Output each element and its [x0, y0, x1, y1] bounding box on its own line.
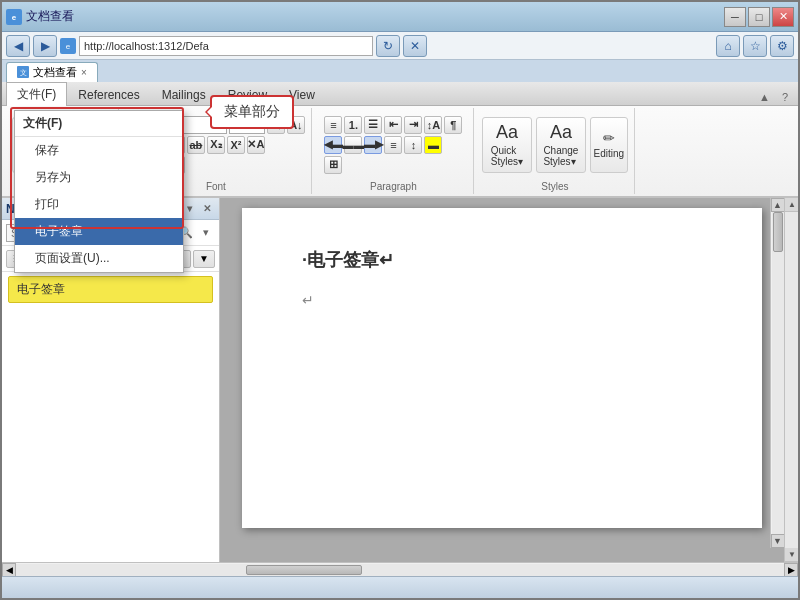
scroll-thumb[interactable] [773, 212, 783, 252]
close-button[interactable]: ✕ [772, 7, 794, 27]
maximize-button[interactable]: □ [748, 7, 770, 27]
tab-file[interactable]: 文件(F) [6, 82, 67, 106]
indent-more-btn[interactable]: ⇥ [404, 116, 422, 134]
styles-group-content: Aa QuickStyles▾ Aa ChangeStyles▾ ✏ Editi… [482, 110, 628, 179]
quick-styles-icon: Aa [496, 122, 518, 143]
border-btn[interactable]: ⊞ [324, 156, 342, 174]
ribbon-help-btn[interactable]: ? [776, 89, 794, 105]
side-btn-bottom[interactable]: ▼ [785, 548, 798, 562]
styles-btns: Aa ChangeStyles▾ [536, 117, 586, 173]
page-icon: e [60, 38, 76, 54]
multilevel-btn[interactable]: ☰ [364, 116, 382, 134]
h-scroll-right-btn[interactable]: ▶ [784, 563, 798, 577]
home-button[interactable]: ⌂ [716, 35, 740, 57]
quick-styles-btn[interactable]: Aa QuickStyles▾ [482, 117, 532, 173]
align-right-btn[interactable]: ▬▶ [364, 136, 382, 154]
para-row3: ⊞ [324, 156, 342, 174]
forward-button[interactable]: ▶ [33, 35, 57, 57]
subscript-btn[interactable]: X₂ [207, 136, 225, 154]
svg-text:e: e [66, 42, 71, 51]
menu-item-saveas[interactable]: 另存为 [15, 164, 183, 191]
paragraph-group: ≡ 1. ☰ ⇤ ⇥ ↕A ¶ ◀▬ ▬▬ ▬▶ ≡ ↕ ▬ [314, 108, 474, 194]
indent-less-btn[interactable]: ⇤ [384, 116, 402, 134]
show-marks-btn[interactable]: ¶ [444, 116, 462, 134]
quick-styles-label: QuickStyles▾ [491, 145, 523, 167]
document-page: ·电子签章↵ ↵ [242, 208, 762, 528]
status-bar [2, 576, 798, 598]
tab-review[interactable]: Review [217, 84, 278, 105]
settings-button[interactable]: ⚙ [770, 35, 794, 57]
minimize-button[interactable]: ─ [724, 7, 746, 27]
change-styles-icon: Aa [550, 122, 572, 143]
styles-group: Aa QuickStyles▾ Aa ChangeStyles▾ ✏ Editi… [476, 108, 635, 194]
editing-icon: ✏ [603, 130, 615, 146]
nav-heading-item[interactable]: 电子签章 [8, 276, 213, 303]
superscript-btn[interactable]: X² [227, 136, 245, 154]
window-controls: ─ □ ✕ [724, 7, 794, 27]
menu-item-page-setup[interactable]: 页面设置(U)... [15, 245, 183, 272]
doc-scroll-area[interactable]: ·电子签章↵ ↵ [220, 198, 784, 562]
doc-text: ·电子签章↵ [302, 250, 394, 270]
document-area: ·电子签章↵ ↵ ▲ ▼ [220, 198, 784, 562]
paragraph-label: Paragraph [370, 181, 417, 192]
tab-mailings[interactable]: Mailings [151, 84, 217, 105]
right-side-btns: ▲ ▼ [784, 198, 798, 562]
change-styles-btn[interactable]: Aa ChangeStyles▾ [536, 117, 586, 173]
svg-text:文: 文 [20, 69, 27, 76]
file-menu-container: 文件(F) 保存 另存为 打印 电子签章 页面设置(U)... [14, 110, 184, 273]
tab-view[interactable]: View [278, 84, 326, 105]
grow-font-btn[interactable]: A↑ [267, 116, 285, 134]
clear-format-btn[interactable]: ✕A [247, 136, 265, 154]
styles-sub-group: Aa QuickStyles▾ [482, 117, 532, 173]
numbering-btn[interactable]: 1. [344, 116, 362, 134]
nav-pane-header-controls: ▾ ✕ [181, 201, 215, 217]
h-scroll-thumb[interactable] [246, 565, 361, 575]
align-justify-btn[interactable]: ≡ [384, 136, 402, 154]
scroll-track[interactable] [772, 212, 784, 534]
align-center-btn[interactable]: ▬▬ [344, 136, 362, 154]
nav-pane-close-btn[interactable]: ✕ [199, 201, 215, 217]
ribbon-tabs: 文件(F) References Mailings Review View ▲ … [2, 82, 798, 106]
styles-label: Styles [541, 181, 568, 192]
tab-bar: 文 文档查看 × [2, 60, 798, 82]
svg-text:e: e [12, 13, 17, 22]
menu-header: 文件(F) [15, 111, 183, 137]
refresh-button[interactable]: ↻ [376, 35, 400, 57]
scroll-up-btn[interactable]: ▲ [771, 198, 785, 212]
tab-icon: 文 [17, 66, 29, 80]
line-spacing-btn[interactable]: ↕ [404, 136, 422, 154]
menu-item-save[interactable]: 保存 [15, 137, 183, 164]
tab-label: 文档查看 [33, 65, 77, 80]
shrink-font-btn[interactable]: A↓ [287, 116, 305, 134]
address-input[interactable] [79, 36, 373, 56]
tab-main[interactable]: 文 文档查看 × [6, 62, 98, 82]
bullets-btn[interactable]: ≡ [324, 116, 342, 134]
horizontal-scrollbar: ◀ ▶ [2, 562, 798, 576]
doc-newline: ↵ [302, 292, 702, 308]
side-track [785, 212, 798, 548]
favorites-button[interactable]: ☆ [743, 35, 767, 57]
align-left-btn[interactable]: ◀▬ [324, 136, 342, 154]
strikethrough-btn[interactable]: ab [187, 136, 205, 154]
sort-btn[interactable]: ↕A [424, 116, 442, 134]
paragraph-group-content: ≡ 1. ☰ ⇤ ⇥ ↕A ¶ ◀▬ ▬▬ ▬▶ ≡ ↕ ▬ [324, 110, 462, 179]
file-dropdown-menu: 文件(F) 保存 另存为 打印 电子签章 页面设置(U)... [14, 110, 184, 273]
h-scroll-left-btn[interactable]: ◀ [2, 563, 16, 577]
font-size-select[interactable]: 12 [229, 116, 265, 134]
menu-item-esign[interactable]: 电子签章 [15, 218, 183, 245]
back-button[interactable]: ◀ [6, 35, 30, 57]
editing-btn[interactable]: ✏ Editing [590, 117, 628, 173]
stop-button[interactable]: ✕ [403, 35, 427, 57]
h-scroll-track[interactable] [16, 564, 784, 576]
side-btn-top[interactable]: ▲ [785, 198, 798, 212]
scroll-down-btn[interactable]: ▼ [771, 534, 785, 548]
document-content: ·电子签章↵ [302, 248, 702, 272]
editing-label: Editing [594, 148, 625, 159]
nav-scroll-down-btn[interactable]: ▼ [193, 250, 215, 268]
tab-references[interactable]: References [67, 84, 150, 105]
shading-btn[interactable]: ▬ [424, 136, 442, 154]
tab-close-button[interactable]: × [81, 67, 87, 78]
menu-item-print[interactable]: 打印 [15, 191, 183, 218]
search-options-btn[interactable]: ▾ [197, 224, 215, 242]
ribbon-collapse-btn[interactable]: ▲ [753, 89, 776, 105]
